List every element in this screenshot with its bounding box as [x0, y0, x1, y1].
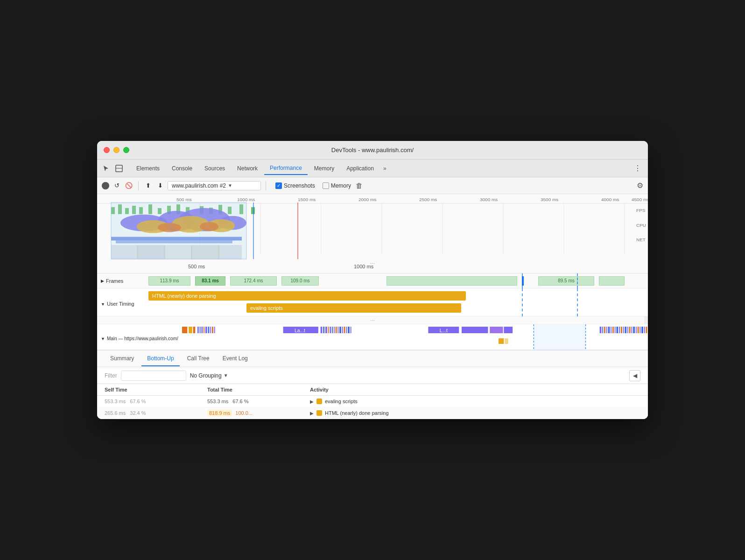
main-flame-svg: La...t [182, 324, 648, 350]
main-text: Main — https://www.paulirish.com/ [107, 336, 178, 342]
screenshots-checkbox[interactable]: ✓ [275, 182, 282, 189]
minimize-button[interactable] [113, 147, 119, 153]
activity-text-1: evaling scripts [325, 399, 358, 404]
tab-network[interactable]: Network [232, 162, 263, 175]
frames-triangle: ▶ [101, 279, 104, 283]
svg-rect-76 [325, 327, 327, 333]
timeline-overview: 500 ms 1000 ms 1500 ms 2000 ms 2500 ms 3… [97, 194, 648, 273]
frame-block-1: 113.9 ms [148, 276, 190, 286]
tab-application[interactable]: Application [341, 162, 380, 175]
tab-performance[interactable]: Performance [264, 162, 308, 175]
tab-bar: Elements Console Sources Network Perform… [97, 160, 648, 177]
svg-rect-108 [619, 327, 620, 333]
expand-icon-2[interactable]: ▶ [310, 411, 314, 416]
grouping-dropdown[interactable]: No Grouping ▼ [190, 372, 228, 379]
svg-rect-120 [644, 327, 645, 333]
svg-text:L...t: L...t [439, 327, 447, 333]
activity-cell-1: ▶ evaling scripts [302, 396, 648, 407]
svg-text:2000 ms: 2000 ms [358, 197, 376, 202]
tab-bottom-up[interactable]: Bottom-Up [141, 351, 179, 366]
download-button[interactable]: ⬇ [155, 181, 165, 190]
profile-dropdown-arrow[interactable]: ▼ [228, 183, 232, 188]
cursor-icon[interactable] [101, 163, 111, 174]
col-activity[interactable]: Activity [302, 384, 648, 396]
svg-text:3500 ms: 3500 ms [541, 197, 558, 202]
svg-rect-99 [599, 327, 601, 333]
svg-rect-109 [621, 327, 622, 333]
main-label: ▼ Main — https://www.paulirish.com/ [97, 333, 182, 342]
tab-console[interactable]: Console [166, 162, 198, 175]
svg-rect-91 [462, 327, 488, 333]
toolbar: ↺ 🚫 ⬆ ⬇ www.paulirish.com #2 ▼ ✓ Screens… [97, 177, 648, 194]
svg-rect-66 [204, 327, 204, 333]
devtools-menu-icon[interactable]: ⋮ [631, 164, 644, 173]
record-button[interactable] [102, 182, 109, 189]
window-title: DevTools - www.paulirish.com/ [331, 147, 414, 154]
svg-rect-39 [251, 207, 255, 214]
svg-rect-100 [602, 327, 603, 333]
svg-rect-60 [182, 327, 187, 333]
activity-text-2: HTML (nearly) done parsing [325, 410, 389, 416]
main-triangle: ▼ [101, 336, 105, 341]
svg-text:2500 ms: 2500 ms [419, 197, 437, 202]
total-time-cell-1: 553.3 ms 67.6 % [200, 396, 302, 407]
filter-label: Filter [105, 372, 117, 379]
svg-text:FPS: FPS [636, 208, 646, 213]
svg-rect-114 [631, 327, 632, 333]
table-row: 553.3 ms 67.6 % 553.3 ms 67.6 % ▶ evalin… [97, 396, 648, 407]
tab-event-log[interactable]: Event Log [217, 351, 253, 366]
user-timing-label: ▼ User Timing [97, 298, 148, 307]
tab-elements[interactable]: Elements [131, 162, 165, 175]
user-timing-triangle: ▼ [101, 302, 105, 307]
tab-summary[interactable]: Summary [105, 351, 140, 366]
maximize-button[interactable] [123, 147, 129, 153]
tab-sources[interactable]: Sources [199, 162, 231, 175]
svg-text:NET: NET [636, 237, 646, 242]
memory-checkbox[interactable] [323, 182, 329, 189]
svg-rect-68 [208, 327, 209, 333]
svg-text:4000 ms: 4000 ms [601, 197, 619, 202]
svg-rect-121 [646, 327, 647, 333]
filter-right: ◀ [629, 370, 640, 381]
svg-rect-85 [344, 327, 345, 333]
user-timing-text: User Timing [107, 301, 134, 307]
tab-call-tree[interactable]: Call Tree [182, 351, 215, 366]
self-time-cell-1: 553.3 ms 67.6 % [97, 396, 200, 407]
svg-rect-67 [205, 327, 207, 333]
selection-left [522, 273, 523, 288]
col-self-time[interactable]: Self Time [97, 384, 200, 396]
svg-rect-118 [640, 327, 640, 333]
self-time-cell-2: 265.6 ms 32.4 % [97, 407, 200, 419]
reload-button[interactable]: ↺ [112, 181, 121, 190]
clear-recordings-button[interactable]: 🗑 [356, 182, 363, 189]
expand-icon-1[interactable]: ▶ [310, 399, 314, 404]
svg-rect-1 [116, 168, 122, 168]
svg-rect-80 [334, 327, 335, 333]
svg-rect-75 [323, 327, 324, 333]
svg-rect-77 [328, 327, 329, 333]
more-tabs-button[interactable]: » [380, 165, 389, 172]
svg-rect-81 [335, 327, 337, 333]
tab-memory[interactable]: Memory [309, 162, 340, 175]
col-total-time[interactable]: Total Time [200, 384, 302, 396]
svg-rect-110 [623, 327, 624, 333]
clear-button[interactable]: 🚫 [124, 181, 134, 190]
close-button[interactable] [104, 147, 110, 153]
svg-rect-117 [637, 327, 639, 333]
svg-rect-64 [199, 327, 200, 333]
title-bar: DevTools - www.paulirish.com/ [97, 141, 648, 160]
filter-input[interactable] [121, 371, 186, 381]
bottom-tabs: Summary Bottom-Up Call Tree Event Log [97, 350, 648, 367]
settings-button[interactable]: ⚙ [637, 181, 643, 190]
upload-button[interactable]: ⬆ [143, 181, 153, 190]
svg-rect-74 [320, 327, 322, 333]
svg-rect-83 [339, 327, 341, 333]
profile-selector[interactable]: www.paulirish.com #2 ▼ [168, 181, 261, 190]
frame-block-5 [387, 276, 517, 286]
dock-icon[interactable] [114, 163, 124, 174]
frame-block-2: 83.1 ms [195, 276, 225, 286]
svg-rect-101 [604, 327, 605, 333]
collapse-button[interactable]: ◀ [629, 370, 640, 381]
scrubber-left-time: 500 ms [188, 264, 205, 269]
svg-rect-105 [612, 327, 614, 333]
